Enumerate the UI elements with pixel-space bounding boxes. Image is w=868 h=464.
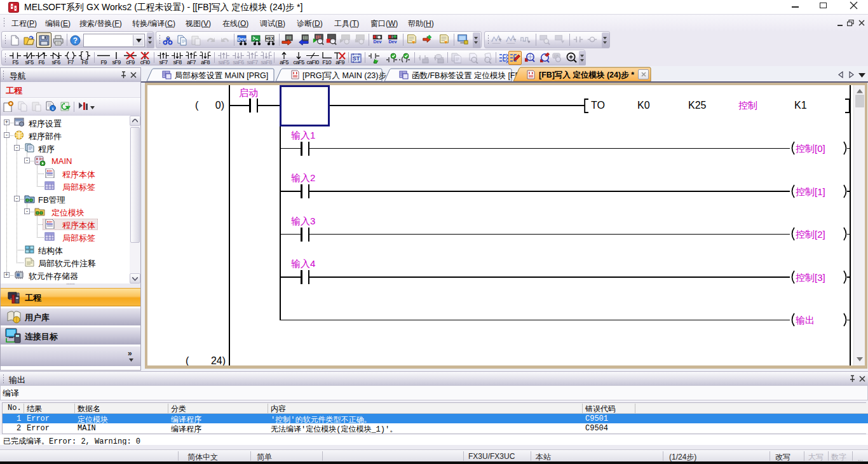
svg-text:?: ? xyxy=(73,36,78,45)
svg-text:Dev: Dev xyxy=(388,39,397,44)
svg-text:Dev: Dev xyxy=(373,39,381,44)
svg-text:ST: ST xyxy=(353,55,360,62)
svg-text:i: i xyxy=(52,106,53,111)
svg-text:HEX: HEX xyxy=(266,36,275,41)
